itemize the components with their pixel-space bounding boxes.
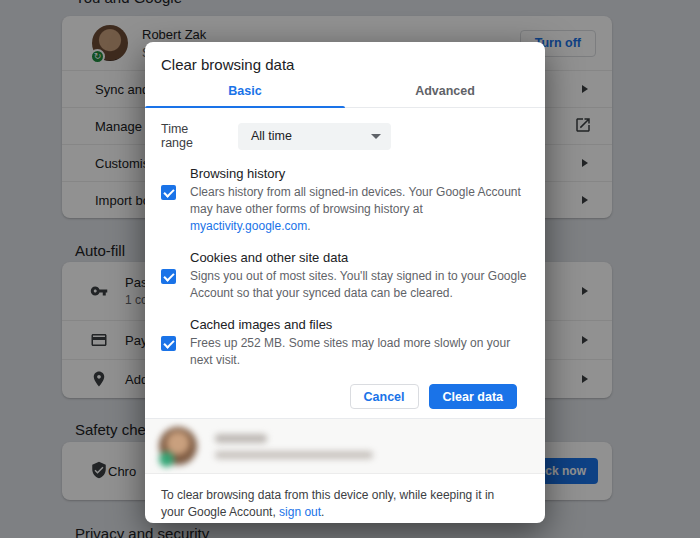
item-browsing-history: Browsing history Clears history from all… — [161, 166, 529, 235]
item-title: Cached images and files — [190, 317, 529, 332]
time-range-label: Time range — [161, 122, 222, 150]
dialog-title: Clear browsing data — [145, 42, 545, 84]
item-description: Frees up 252 MB. Some sites may load mor… — [190, 335, 529, 369]
account-email-blurred — [215, 451, 373, 459]
item-cookies-site-data: Cookies and other site data Signs you ou… — [161, 250, 529, 302]
time-range-row: Time range All time — [161, 122, 529, 150]
dialog-body: Time range All time Browsing history Cle… — [145, 108, 545, 418]
sign-out-link[interactable]: sign out — [279, 505, 321, 519]
dialog-actions: Cancel Clear data — [161, 384, 529, 418]
account-avatar-blurred — [159, 427, 197, 465]
dropdown-arrow-icon — [371, 134, 381, 139]
cookies-checkbox[interactable] — [161, 269, 176, 284]
cached-files-checkbox[interactable] — [161, 336, 176, 351]
tab-basic[interactable]: Basic — [145, 84, 345, 107]
dialog-tabs: Basic Advanced — [145, 84, 545, 108]
clear-browsing-data-dialog: Clear browsing data Basic Advanced Time … — [145, 42, 545, 523]
sync-on-badge-icon — [159, 452, 174, 467]
myactivity-link[interactable]: myactivity.google.com — [190, 219, 307, 233]
item-description: Signs you out of most sites. You'll stay… — [190, 268, 529, 302]
cancel-button[interactable]: Cancel — [350, 384, 419, 409]
time-range-value: All time — [251, 129, 292, 143]
item-description: Clears history from all signed-in device… — [190, 184, 529, 235]
signed-in-account-row — [145, 419, 545, 474]
item-cached-images-files: Cached images and files Frees up 252 MB.… — [161, 317, 529, 369]
item-title: Cookies and other site data — [190, 250, 529, 265]
tab-advanced[interactable]: Advanced — [345, 84, 545, 107]
dialog-footer: To clear browsing data from this device … — [145, 418, 545, 523]
sign-out-note: To clear browsing data from this device … — [145, 474, 535, 523]
browsing-history-checkbox[interactable] — [161, 185, 176, 200]
account-name-blurred — [215, 434, 267, 443]
item-title: Browsing history — [190, 166, 529, 181]
clear-data-button[interactable]: Clear data — [429, 384, 517, 409]
time-range-dropdown[interactable]: All time — [238, 123, 391, 150]
